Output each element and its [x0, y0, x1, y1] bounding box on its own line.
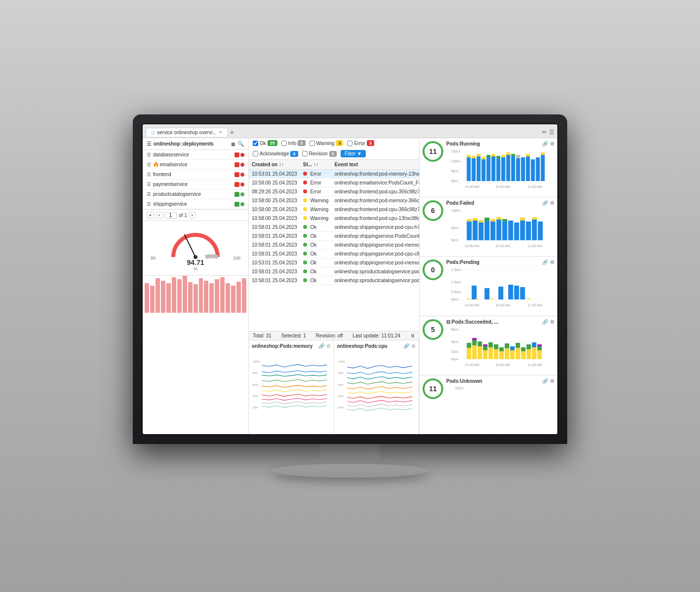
- link-icon[interactable]: 🔗: [542, 378, 548, 384]
- filter-warning-badge: 3: [336, 140, 343, 146]
- footer-pause-icon[interactable]: ⏸: [410, 333, 415, 338]
- svg-rect-136: [500, 351, 504, 359]
- filter-ok[interactable]: Ok 25: [253, 140, 277, 146]
- active-tab[interactable]: ◇ service onlineshop overvi... ✕: [146, 128, 228, 137]
- cell-status: Ok: [300, 267, 332, 276]
- svg-rect-31: [467, 155, 471, 157]
- flame-icon: 🔥: [153, 162, 159, 167]
- svg-rect-135: [494, 344, 499, 349]
- menu-icon[interactable]: ☰: [549, 129, 554, 136]
- content-area: Ok 25 Info 0 Warning 3: [249, 138, 419, 434]
- svg-rect-131: [483, 344, 488, 346]
- tab-add-button[interactable]: +: [230, 128, 234, 136]
- filter-warning-checkbox[interactable]: [310, 141, 315, 146]
- filter-info-checkbox[interactable]: [281, 141, 287, 146]
- link-icon[interactable]: 🔗: [542, 200, 548, 206]
- pagination-input[interactable]: [164, 212, 177, 219]
- settings-icon[interactable]: ⚙: [550, 319, 554, 325]
- table-row[interactable]: 10:58:00 25.04.2023 Warning onlineshop:f…: [249, 196, 419, 205]
- svg-rect-39: [487, 155, 491, 157]
- settings-icon[interactable]: ⚙: [550, 200, 554, 206]
- tab-close-button[interactable]: ✕: [219, 130, 223, 135]
- filter-warning[interactable]: Warning 3: [310, 140, 344, 146]
- list-icon: ☰: [147, 172, 151, 177]
- settings-icon[interactable]: ⚙: [550, 378, 554, 384]
- table-row[interactable]: 08:29:26 25.04.2023 Error onlineshop:fro…: [249, 187, 419, 196]
- sidebar-search-icon[interactable]: 🔍: [237, 141, 244, 147]
- table-row[interactable]: 10:58:01 25.04.2023 Ok onlineshop:sprodu…: [249, 267, 419, 276]
- link-icon[interactable]: 🔗: [542, 141, 548, 147]
- svg-rect-44: [502, 157, 506, 181]
- col-created-on[interactable]: Created on ↕↑: [249, 160, 300, 170]
- cell-event-text: onlineshop:sproductcatalogservice:pod-cp…: [331, 276, 419, 285]
- sidebar-list-icon: ☰: [147, 141, 152, 147]
- red-bar: [194, 284, 198, 313]
- table-row[interactable]: 10:58:00 25.04.2023 Warning onlineshop:f…: [249, 214, 419, 223]
- sidebar-item-emailservice[interactable]: ☰ 🔥 emailservice: [143, 160, 248, 170]
- sidebar-pagination: « ‹ of 1 ›: [143, 209, 248, 221]
- svg-rect-30: [467, 157, 471, 181]
- link-icon[interactable]: 🔗: [542, 259, 548, 265]
- sidebar-item-paymentservice[interactable]: ☰ paymentservice: [143, 180, 248, 189]
- settings-icon[interactable]: ⚙: [550, 141, 554, 147]
- gauge-container: [166, 225, 225, 259]
- pagination-next-button[interactable]: ›: [189, 212, 195, 219]
- filter-error-checkbox[interactable]: [347, 141, 352, 146]
- svg-rect-33: [472, 156, 476, 158]
- filter-revision[interactable]: Revision 0: [302, 151, 337, 157]
- cell-event-text: onlineshop:frontend:pod-cpu-366c98z7-fgm…: [331, 205, 419, 214]
- table-row[interactable]: 10:58:01 25.04.2023 Ok onlineshop:shippi…: [249, 250, 419, 259]
- svg-text:80%: 80%: [338, 371, 344, 374]
- svg-text:0.5pcs.: 0.5pcs.: [451, 290, 463, 294]
- link-icon[interactable]: 🔗: [542, 319, 548, 325]
- table-row[interactable]: 10:58:01 25.04.2023 Ok onlineshop:shippi…: [249, 232, 419, 241]
- svg-text:20%: 20%: [338, 406, 344, 409]
- tab-bar: ◇ service onlineshop overvi... ✕ + ✏ ☰: [143, 124, 557, 138]
- filter-error[interactable]: Error 3: [347, 140, 374, 146]
- pagination-first-button[interactable]: «: [147, 212, 154, 219]
- filter-ok-checkbox[interactable]: [253, 141, 258, 146]
- svg-text:11:00 AM: 11:00 AM: [528, 244, 543, 248]
- svg-rect-37: [482, 157, 486, 159]
- memory-chart-panel: onlineshop:Pods:memory 🔗 ⚙ 100%: [249, 340, 334, 434]
- filter-acknowledge[interactable]: Acknowledge 0: [253, 151, 298, 157]
- table-row[interactable]: 10:58:00 25.04.2023 Warning onlineshop:f…: [249, 205, 419, 214]
- svg-rect-89: [538, 222, 543, 240]
- svg-text:10pcs.: 10pcs.: [451, 209, 462, 213]
- svg-rect-45: [502, 155, 506, 157]
- right-panels: 11 Pods:Running 🔗 ⚙: [419, 138, 557, 434]
- sidebar-item-name: productcatalogservice: [153, 191, 233, 197]
- table-row[interactable]: 10:58:01 25.04.2023 Ok onlineshop:shippi…: [249, 241, 419, 250]
- list-icon: ☰: [147, 182, 151, 187]
- table-row[interactable]: 10:53:01 25.04.2023 Ok onlineshop:shippi…: [249, 259, 419, 267]
- svg-rect-102: [485, 288, 490, 299]
- sidebar-item-productcatalogservice[interactable]: ☰ productcatalogservice: [143, 189, 248, 199]
- col-status[interactable]: St... ↑↑: [300, 160, 332, 170]
- pods-failed-circle: 6: [423, 200, 443, 221]
- filter-revision-checkbox[interactable]: [302, 151, 308, 156]
- table-row[interactable]: 10:58:00 25.04.2023 Error onlineshop:ema…: [249, 179, 419, 187]
- pagination-prev-button[interactable]: ‹: [156, 212, 162, 219]
- svg-rect-108: [476, 298, 479, 299]
- cell-event-text: onlineshop:shippingservice:PodsCount_Fai…: [331, 232, 419, 241]
- table-row[interactable]: 10:58:01 25.04.2023 Ok onlineshop:shippi…: [249, 223, 419, 232]
- table-row[interactable]: 10:53:01 25.04.2023 Error onlineshop:fro…: [249, 170, 419, 179]
- svg-rect-34: [477, 156, 481, 181]
- settings-icon[interactable]: ⚙: [550, 259, 554, 265]
- sidebar-item-shippingservice[interactable]: ☰ shippingservice: [143, 199, 248, 209]
- filter-acknowledge-checkbox[interactable]: [253, 151, 258, 156]
- sidebar-item-databaseservice[interactable]: ☰ databaseservice: [143, 150, 248, 160]
- pods-succeeded-chart: ⊟ Pods:Succeeded, ... 🔗 ⚙ 6pcs. 4pcs.: [446, 319, 554, 372]
- settings-icon[interactable]: ⚙: [411, 343, 416, 349]
- filter-button[interactable]: Filter ▼: [341, 150, 366, 157]
- link-icon[interactable]: 🔗: [318, 343, 324, 349]
- table-row[interactable]: 10:58:01 25.04.2023 Ok onlineshop:sprodu…: [249, 276, 419, 285]
- filter-info[interactable]: Info 0: [281, 140, 306, 146]
- svg-rect-142: [516, 348, 520, 359]
- edit-icon[interactable]: ✏: [542, 129, 547, 136]
- link-icon[interactable]: 🔗: [403, 343, 409, 349]
- settings-icon[interactable]: ⚙: [326, 343, 331, 349]
- sidebar-item-frontend[interactable]: ☰ frontend: [143, 170, 248, 180]
- gauge-unit: %: [147, 266, 244, 271]
- filter-icon: ▼: [357, 151, 362, 156]
